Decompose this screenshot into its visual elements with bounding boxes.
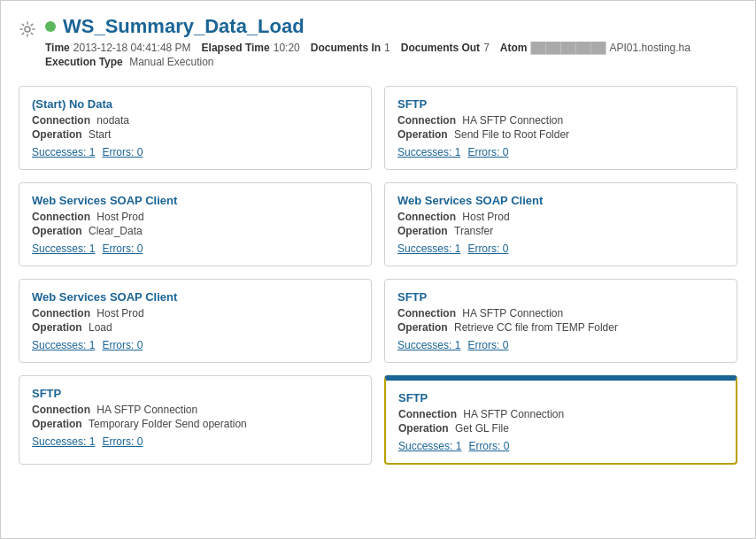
docs-out-label: Documents Out bbox=[401, 42, 480, 54]
connection-label: Connection bbox=[397, 114, 456, 127]
card-links: Successes: 1 Errors: 0 bbox=[32, 435, 359, 448]
operation-value: Start bbox=[89, 128, 111, 141]
process-name: WS_Summary_Data_Load bbox=[63, 15, 305, 38]
operation-value: Clear_Data bbox=[89, 225, 143, 237]
card-links: Successes: 1 Errors: 0 bbox=[32, 339, 359, 351]
execution-value: Manual Execution bbox=[129, 56, 213, 68]
card-title: Web Services SOAP Client bbox=[32, 290, 359, 304]
card-connection: Connection HA SFTP Connection bbox=[397, 307, 724, 320]
errors-link[interactable]: Errors: 0 bbox=[102, 146, 143, 158]
card-links: Successes: 1 Errors: 0 bbox=[397, 146, 724, 158]
errors-link[interactable]: Errors: 0 bbox=[102, 339, 143, 351]
card-3: Web Services SOAP Client Connection Host… bbox=[19, 182, 372, 266]
errors-link[interactable]: Errors: 0 bbox=[102, 435, 143, 448]
connection-value: HA SFTP Connection bbox=[463, 408, 564, 420]
docs-in-value: 1 bbox=[384, 42, 390, 54]
card-7: SFTP Connection HA SFTP Connection Opera… bbox=[19, 375, 372, 465]
operation-label: Operation bbox=[398, 422, 449, 435]
errors-link[interactable]: Errors: 0 bbox=[467, 243, 508, 255]
operation-label: Operation bbox=[397, 128, 448, 141]
card-links: Successes: 1 Errors: 0 bbox=[397, 339, 724, 351]
card-links: Successes: 1 Errors: 0 bbox=[397, 243, 724, 255]
status-dot bbox=[45, 21, 56, 32]
connection-value: Host Prod bbox=[462, 211, 509, 223]
card-6: SFTP Connection HA SFTP Connection Opera… bbox=[384, 279, 737, 363]
card-title: Web Services SOAP Client bbox=[32, 194, 359, 207]
docs-in-label: Documents In bbox=[311, 42, 381, 54]
card-operation: Operation Start bbox=[32, 128, 359, 141]
elapsed-value: 10:20 bbox=[274, 42, 300, 54]
operation-value: Load bbox=[89, 321, 112, 334]
card-connection: Connection Host Prod bbox=[397, 211, 724, 223]
card-connection: Connection Host Prod bbox=[32, 307, 359, 320]
card-links: Successes: 1 Errors: 0 bbox=[32, 146, 359, 158]
successes-link[interactable]: Successes: 1 bbox=[32, 146, 95, 158]
atom-value: ██████████ bbox=[530, 42, 606, 54]
connection-label: Connection bbox=[397, 307, 456, 320]
successes-link[interactable]: Successes: 1 bbox=[32, 339, 95, 351]
card-2: SFTP Connection HA SFTP Connection Opera… bbox=[384, 86, 737, 170]
operation-value: Temporary Folder Send operation bbox=[89, 418, 247, 430]
cards-grid: (Start) No Data Connection nodata Operat… bbox=[19, 86, 737, 465]
time-value: 2013-12-18 04:41:48 PM bbox=[73, 42, 191, 54]
card-links: Successes: 1 Errors: 0 bbox=[32, 243, 359, 255]
card-1: (Start) No Data Connection nodata Operat… bbox=[19, 86, 372, 170]
operation-value: Get GL File bbox=[455, 422, 509, 435]
connection-value: HA SFTP Connection bbox=[96, 404, 197, 416]
connection-value: Host Prod bbox=[96, 307, 143, 320]
card-title: SFTP bbox=[398, 391, 723, 404]
connection-label: Connection bbox=[397, 211, 456, 223]
errors-link[interactable]: Errors: 0 bbox=[468, 440, 509, 452]
card-connection: Connection nodata bbox=[32, 114, 359, 127]
successes-link[interactable]: Successes: 1 bbox=[397, 243, 460, 255]
card-operation: Operation Transfer bbox=[397, 225, 724, 237]
card-connection: Connection HA SFTP Connection bbox=[32, 404, 359, 416]
successes-link[interactable]: Successes: 1 bbox=[32, 243, 95, 255]
card-5: Web Services SOAP Client Connection Host… bbox=[19, 279, 372, 363]
errors-link[interactable]: Errors: 0 bbox=[467, 339, 508, 351]
connection-label: Connection bbox=[32, 211, 90, 223]
header-area: WS_Summary_Data_Load Time 2013-12-18 04:… bbox=[19, 15, 737, 68]
card-title: (Start) No Data bbox=[32, 97, 359, 111]
card-connection: Connection HA SFTP Connection bbox=[398, 408, 723, 420]
elapsed-label: Elapsed Time bbox=[202, 42, 270, 54]
operation-label: Operation bbox=[32, 128, 82, 141]
connection-value: nodata bbox=[96, 114, 129, 127]
connection-value: Host Prod bbox=[96, 211, 143, 223]
card-4: Web Services SOAP Client Connection Host… bbox=[384, 182, 737, 266]
card-title: SFTP bbox=[32, 387, 359, 400]
operation-label: Operation bbox=[397, 225, 448, 237]
meta-row: Time 2013-12-18 04:41:48 PM Elapsed Time… bbox=[45, 42, 698, 54]
connection-label: Connection bbox=[32, 404, 90, 416]
card-operation: Operation Clear_Data bbox=[32, 225, 359, 237]
card-operation: Operation Load bbox=[32, 321, 359, 334]
card-title: SFTP bbox=[397, 97, 724, 111]
successes-link[interactable]: Successes: 1 bbox=[397, 339, 460, 351]
card-operation: Operation Get GL File bbox=[398, 422, 723, 435]
atom-label: Atom bbox=[500, 42, 528, 54]
execution-label: Execution Type bbox=[45, 56, 123, 68]
execution-row: Execution Type Manual Execution bbox=[45, 56, 698, 68]
svg-point-0 bbox=[25, 27, 30, 32]
operation-label: Operation bbox=[32, 225, 82, 237]
errors-link[interactable]: Errors: 0 bbox=[467, 146, 508, 158]
operation-label: Operation bbox=[397, 321, 448, 334]
connection-label: Connection bbox=[32, 114, 90, 127]
process-title: WS_Summary_Data_Load bbox=[45, 15, 698, 38]
connection-label: Connection bbox=[32, 307, 90, 320]
card-8: SFTP Connection HA SFTP Connection Opera… bbox=[384, 375, 737, 465]
successes-link[interactable]: Successes: 1 bbox=[32, 435, 95, 448]
gear-icon[interactable] bbox=[19, 20, 36, 38]
operation-label: Operation bbox=[32, 418, 82, 430]
card-title: SFTP bbox=[397, 290, 724, 304]
card-connection: Connection Host Prod bbox=[32, 211, 359, 223]
errors-link[interactable]: Errors: 0 bbox=[102, 243, 143, 255]
operation-value: Send File to Root Folder bbox=[454, 128, 569, 141]
card-operation: Operation Temporary Folder Send operatio… bbox=[32, 418, 359, 430]
api-value: API01.hosting.ha bbox=[610, 42, 690, 54]
successes-link[interactable]: Successes: 1 bbox=[397, 146, 460, 158]
card-operation: Operation Send File to Root Folder bbox=[397, 128, 724, 141]
connection-value: HA SFTP Connection bbox=[462, 307, 563, 320]
page-wrapper: WS_Summary_Data_Load Time 2013-12-18 04:… bbox=[0, 0, 756, 539]
successes-link[interactable]: Successes: 1 bbox=[398, 440, 461, 452]
